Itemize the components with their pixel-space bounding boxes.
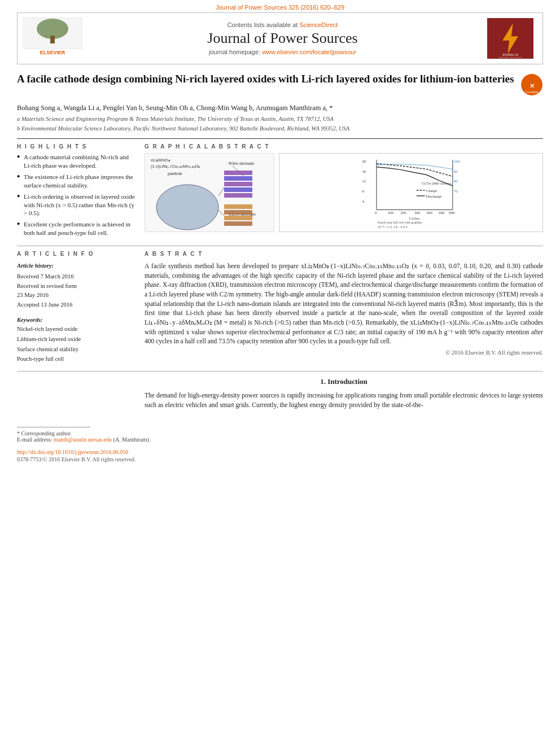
svg-rect-22 — [224, 193, 252, 198]
svg-text:70: 70 — [454, 189, 458, 193]
ga-chart: 20 16 12 8 4 100 90 80 70 0 100 200 — [279, 153, 543, 232]
email-note: E-mail address: manth@austin.utexas.edu … — [17, 436, 543, 443]
svg-rect-27 — [224, 221, 252, 226]
intro-left-col — [17, 377, 135, 409]
keyword-3: Surface chemical stability — [17, 344, 135, 355]
svg-text:200: 200 — [400, 211, 406, 215]
journal-title: Journal of Power Sources — [82, 30, 483, 47]
svg-text:JOURNAL OF: JOURNAL OF — [502, 54, 518, 56]
homepage-link[interactable]: www.elsevier.com/locate/jpowsour — [262, 49, 356, 55]
divider-3 — [17, 371, 543, 372]
homepage-line: journal homepage: www.elsevier.com/locat… — [82, 49, 483, 55]
divider-2 — [17, 246, 543, 246]
affiliation-a: a Materials Science and Engineering Prog… — [17, 115, 543, 124]
keyword-2: Lithium-rich layered oxide — [17, 334, 135, 344]
svg-rect-26 — [224, 216, 252, 220]
abstract-label: A B S T R A C T — [145, 251, 543, 257]
svg-rect-19 — [224, 176, 252, 181]
highlights-ga-row: H I G H L I G H T S ◆A cathode material … — [17, 143, 543, 240]
email-link[interactable]: manth@austin.utexas.edu — [54, 436, 112, 443]
keyword-1: Nickel-rich layered oxide — [17, 324, 135, 334]
svg-text:Cycles: Cycles — [409, 217, 420, 221]
highlight-3: ◆Li-rich ordering is observed in layered… — [17, 193, 135, 218]
crossmark-logo: ✕ CrossMark — [520, 73, 543, 98]
top-bar: Journal of Power Sources 325 (2016) 620–… — [0, 0, 560, 12]
svg-text:Pouch type full cell with grap: Pouch type full cell with graphite — [378, 221, 422, 225]
doi-line: http://dx.doi.org/10.1016/j.jpowsour.201… — [17, 447, 543, 456]
svg-text:400: 400 — [427, 211, 433, 215]
svg-rect-18 — [224, 171, 252, 175]
svg-text:100: 100 — [454, 159, 460, 163]
paper-title-row: A facile cathode design combining Ni-ric… — [17, 72, 543, 98]
svg-text:4: 4 — [362, 199, 364, 203]
svg-rect-20 — [224, 182, 252, 186]
highlights-section: H I G H L I G H T S ◆A cathode material … — [17, 143, 135, 240]
svg-text:900: 900 — [449, 211, 455, 215]
svg-text:Discharge: Discharge — [426, 194, 442, 198]
keywords-section: Keywords: Nickel-rich layered oxide Lith… — [17, 317, 135, 364]
svg-rect-24 — [224, 204, 252, 209]
ga-diagram: xLi₂MnO₃· (1-x)LiNi₀.₇Co₀.₁₅Mn₀.₁₅O₂ par… — [145, 153, 274, 232]
copyright: © 2016 Elsevier B.V. All rights reserved… — [145, 350, 543, 356]
svg-text:xLi₂MnO₃·: xLi₂MnO₃· — [151, 158, 171, 163]
svg-text:73.5% (900 cycles): 73.5% (900 cycles) — [421, 182, 451, 186]
svg-text:R3m domain: R3m domain — [229, 161, 254, 166]
abstract-text: A facile synthesis method has been devel… — [145, 261, 543, 346]
svg-line-28 — [218, 187, 224, 196]
intro-heading: 1. Introduction — [145, 377, 543, 386]
svg-text:20: 20 — [362, 159, 366, 163]
graphical-abstract-label: G R A P H I C A L A B S T R A C T — [145, 143, 543, 150]
introduction-section: 1. Introduction The demand for high-ener… — [17, 377, 543, 409]
keywords-label: Keywords: — [17, 317, 135, 323]
svg-text:600: 600 — [439, 211, 445, 215]
accepted-date: Accepted 13 June 2016 — [17, 300, 135, 310]
intro-right-col: 1. Introduction The demand for high-ener… — [145, 377, 543, 409]
paper-title: A facile cathode design combining Ni-ric… — [17, 72, 515, 86]
svg-text:100: 100 — [388, 211, 394, 215]
affiliation-b: b Environmental Molecular Science Labora… — [17, 125, 543, 133]
journal-header: ELSEVIER Contents lists available at Sci… — [17, 12, 543, 64]
svg-rect-2 — [50, 36, 55, 43]
svg-rect-21 — [224, 187, 252, 192]
svg-text:12: 12 — [362, 180, 366, 184]
svg-text:Charge: Charge — [426, 189, 438, 193]
svg-text:(1-x)LiNi₀.₇Co₀.₁₅Mn₀.₁₅O₂: (1-x)LiNi₀.₇Co₀.₁₅Mn₀.₁₅O₂ — [151, 164, 200, 169]
highlights-list: ◆A cathode material combining Ni-rich an… — [17, 153, 135, 237]
graphical-abstract-section: G R A P H I C A L A B S T R A C T xLi₂Mn… — [145, 143, 543, 240]
svg-text:ELSEVIER: ELSEVIER — [40, 50, 65, 55]
svg-text:✕: ✕ — [530, 82, 535, 89]
svg-text:80: 80 — [454, 180, 458, 184]
svg-text:8: 8 — [362, 189, 364, 193]
svg-line-29 — [218, 210, 224, 216]
received-revised: Received in revised form 23 May 2016 — [17, 282, 135, 301]
contents-available: Contents lists available at ScienceDirec… — [82, 21, 483, 28]
highlights-label: H I G H L I G H T S — [17, 143, 135, 150]
elsevier-logo: ELSEVIER — [23, 18, 82, 59]
intro-text: The demand for high-energy-density power… — [145, 391, 543, 409]
info-abstract-row: A R T I C L E I N F O Article history: R… — [17, 251, 543, 364]
article-history: Article history: Received 7 March 2016 R… — [17, 261, 135, 310]
svg-text:CrossMark: CrossMark — [525, 90, 539, 94]
highlight-2: ◆The existence of Li-rich phase improves… — [17, 173, 135, 190]
paper-body: A facile cathode design combining Ni-ric… — [17, 64, 543, 462]
svg-text:25 °C, C/3, 2.8 - 4.4 V: 25 °C, C/3, 2.8 - 4.4 V — [378, 225, 408, 228]
journal-logo-box: JOURNAL OF POWER SOURCES — [487, 18, 537, 59]
corresponding-note: * Corresponding author. — [17, 430, 543, 436]
svg-text:0: 0 — [375, 211, 377, 215]
article-info-label: A R T I C L E I N F O — [17, 251, 135, 257]
svg-text:particle: particle — [168, 171, 182, 176]
svg-text:16: 16 — [362, 169, 366, 173]
svg-rect-25 — [224, 210, 252, 215]
graphical-abstract-content: xLi₂MnO₃· (1-x)LiNi₀.₇Co₀.₁₅Mn₀.₁₅O₂ par… — [145, 153, 543, 232]
intro-title: Introduction — [327, 377, 368, 386]
authors-line: Bohang Song a, Wangda Li a, Pengfei Yan … — [17, 104, 543, 112]
footnote-area: * Corresponding author. E-mail address: … — [17, 427, 543, 443]
history-label: Article history: — [17, 261, 135, 271]
journal-ref: Journal of Power Sources 325 (2016) 620–… — [216, 4, 344, 11]
sciencedirect-link[interactable]: ScienceDirect — [299, 21, 338, 28]
article-info-col: A R T I C L E I N F O Article history: R… — [17, 251, 135, 364]
received-date: Received 7 March 2016 — [17, 272, 135, 282]
doi-link[interactable]: http://dx.doi.org/10.1016/j.jpowsour.201… — [17, 449, 128, 455]
divider-1 — [17, 138, 543, 139]
abstract-col: A B S T R A C T A facile synthesis metho… — [145, 251, 543, 364]
